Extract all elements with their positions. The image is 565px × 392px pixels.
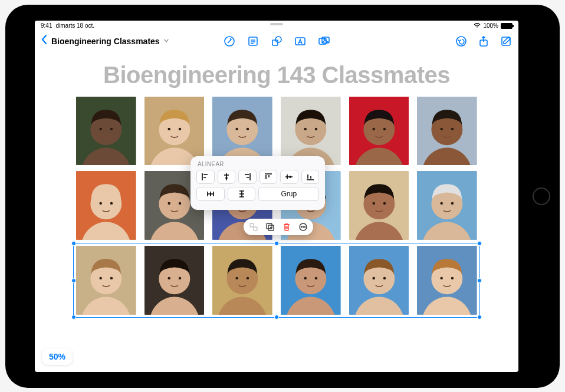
svg-point-35 bbox=[383, 127, 385, 130]
more-button[interactable] bbox=[298, 222, 308, 232]
svg-point-100 bbox=[451, 277, 454, 279]
svg-point-107 bbox=[303, 226, 303, 227]
svg-point-3 bbox=[275, 37, 281, 42]
svg-point-14 bbox=[99, 127, 101, 130]
svg-rect-1 bbox=[249, 37, 257, 45]
svg-point-39 bbox=[441, 127, 443, 130]
svg-rect-2 bbox=[272, 40, 278, 45]
group-button-label: Grup bbox=[281, 190, 297, 198]
compose-button[interactable] bbox=[500, 35, 513, 48]
wifi-icon bbox=[474, 22, 481, 29]
svg-point-79 bbox=[167, 277, 170, 279]
svg-point-106 bbox=[301, 226, 301, 227]
selection-handle-mr[interactable] bbox=[477, 278, 482, 283]
shapes-tool-icon[interactable] bbox=[270, 35, 283, 48]
app-toolbar: Bioengineering Classmates bbox=[35, 31, 518, 51]
svg-point-89 bbox=[304, 277, 306, 279]
ipad-device-frame: 9:41 dimarts 18 oct. 100% Bioengineering… bbox=[5, 5, 560, 388]
selection-handle-tr[interactable] bbox=[477, 241, 482, 246]
svg-point-40 bbox=[451, 127, 454, 130]
svg-point-108 bbox=[304, 226, 305, 227]
document-title[interactable]: Bioengineering Classmates bbox=[51, 37, 160, 46]
classmate-photo[interactable] bbox=[76, 246, 136, 315]
svg-point-34 bbox=[372, 127, 375, 130]
classmate-photo[interactable] bbox=[349, 97, 409, 166]
svg-point-90 bbox=[315, 277, 317, 279]
classmate-photo[interactable] bbox=[144, 246, 205, 315]
text-tool-icon[interactable] bbox=[294, 35, 307, 48]
board-canvas[interactable]: Bioengineering 143 Classmates bbox=[35, 51, 518, 372]
svg-rect-101 bbox=[250, 223, 254, 227]
context-toolbar bbox=[244, 219, 313, 235]
align-popover-label: ALINEAR bbox=[196, 161, 319, 167]
align-left-button[interactable] bbox=[196, 170, 215, 184]
selection-handle-bc[interactable] bbox=[274, 315, 279, 319]
classmate-photo[interactable] bbox=[281, 246, 341, 315]
svg-point-64 bbox=[372, 202, 375, 205]
align-bottom-button[interactable] bbox=[301, 170, 320, 184]
selection-handle-bl[interactable] bbox=[71, 315, 76, 319]
svg-rect-102 bbox=[254, 227, 257, 230]
classmate-photo[interactable] bbox=[212, 246, 272, 315]
align-hcenter-button[interactable] bbox=[218, 170, 236, 184]
svg-point-25 bbox=[247, 127, 249, 130]
align-top-button[interactable] bbox=[259, 170, 278, 184]
classmate-photo[interactable] bbox=[76, 97, 136, 166]
battery-icon bbox=[501, 23, 513, 29]
undo-button[interactable] bbox=[455, 35, 468, 48]
svg-point-65 bbox=[383, 202, 385, 205]
home-button[interactable] bbox=[533, 187, 550, 205]
svg-point-70 bbox=[451, 202, 454, 205]
classmate-photo[interactable] bbox=[212, 97, 272, 166]
classmate-photo[interactable] bbox=[281, 97, 341, 166]
status-time: 9:41 bbox=[41, 22, 52, 29]
classmate-photo[interactable] bbox=[144, 97, 205, 166]
duplicate-button[interactable] bbox=[265, 222, 275, 232]
selection-handle-br[interactable] bbox=[477, 315, 482, 319]
classmate-photo[interactable] bbox=[417, 97, 477, 166]
zoom-level-button[interactable]: 50% bbox=[42, 348, 73, 365]
svg-rect-10 bbox=[502, 37, 510, 45]
distribute-vertical-button[interactable] bbox=[228, 187, 256, 201]
classmate-photo[interactable] bbox=[417, 171, 477, 240]
svg-point-49 bbox=[167, 202, 170, 205]
align-right-button[interactable] bbox=[238, 170, 257, 184]
svg-point-19 bbox=[167, 127, 170, 130]
align-vcenter-button[interactable] bbox=[280, 170, 298, 184]
multitask-grabber[interactable] bbox=[270, 23, 283, 25]
svg-point-94 bbox=[372, 277, 375, 279]
sticky-note-tool-icon[interactable] bbox=[247, 35, 259, 48]
svg-point-75 bbox=[110, 277, 113, 279]
selection-handle-tl[interactable] bbox=[71, 241, 76, 246]
classmate-photo[interactable] bbox=[417, 246, 477, 315]
document-menu-chevron-icon[interactable] bbox=[163, 38, 169, 45]
svg-point-44 bbox=[99, 202, 101, 205]
distribute-horizontal-button[interactable] bbox=[196, 187, 225, 201]
svg-point-84 bbox=[236, 277, 238, 279]
group-button[interactable]: Grup bbox=[258, 187, 319, 201]
classmate-photo[interactable] bbox=[349, 171, 409, 240]
selection-handle-ml[interactable] bbox=[71, 278, 76, 283]
board-heading[interactable]: Bioengineering 143 Classmates bbox=[35, 62, 518, 88]
svg-point-80 bbox=[178, 277, 180, 279]
delete-button[interactable] bbox=[281, 222, 292, 232]
draw-tool-icon[interactable] bbox=[223, 35, 236, 48]
svg-point-95 bbox=[383, 277, 385, 279]
share-button[interactable] bbox=[477, 35, 490, 48]
media-tool-icon[interactable] bbox=[317, 35, 330, 48]
svg-point-99 bbox=[441, 277, 443, 279]
screen: 9:41 dimarts 18 oct. 100% Bioengineering… bbox=[35, 21, 518, 372]
classmate-photo[interactable] bbox=[76, 171, 136, 240]
svg-point-29 bbox=[304, 127, 306, 130]
back-button[interactable] bbox=[41, 34, 48, 48]
status-date: dimarts 18 oct. bbox=[55, 22, 94, 29]
svg-point-74 bbox=[99, 277, 101, 279]
battery-percent: 100% bbox=[483, 22, 498, 29]
classmate-photo[interactable] bbox=[349, 246, 409, 315]
svg-point-20 bbox=[178, 127, 180, 130]
svg-point-50 bbox=[178, 202, 180, 205]
svg-point-45 bbox=[110, 202, 113, 205]
align-popover: ALINEAR Grup bbox=[190, 156, 325, 210]
svg-point-30 bbox=[315, 127, 317, 130]
svg-point-7 bbox=[324, 38, 325, 39]
